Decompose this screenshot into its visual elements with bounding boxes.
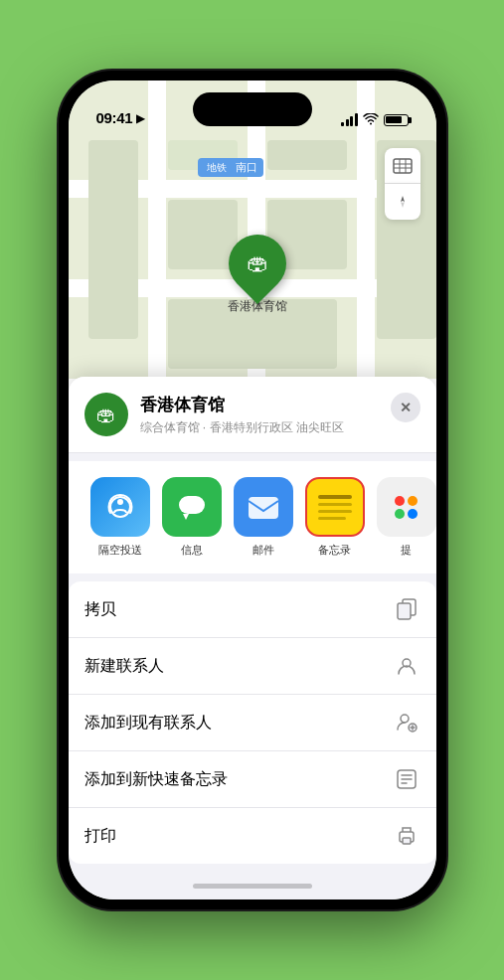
airdrop-icon-wrap — [90, 477, 150, 537]
venue-info: 香港体育馆 综合体育馆 · 香港特别行政区 油尖旺区 — [140, 394, 420, 436]
venue-name: 香港体育馆 — [140, 394, 420, 416]
action-new-contact[interactable]: 新建联系人 — [69, 638, 436, 695]
notes-label: 备忘录 — [318, 543, 351, 558]
map-type-button[interactable] — [385, 148, 420, 184]
copy-icon — [393, 595, 420, 623]
mail-icon — [247, 493, 280, 521]
mail-label: 邮件 — [252, 543, 274, 558]
share-mail[interactable]: 邮件 — [228, 477, 299, 558]
messages-icon-wrap — [162, 477, 222, 537]
status-icons — [341, 113, 409, 126]
new-contact-icon — [393, 652, 420, 680]
add-existing-icon — [393, 709, 420, 736]
airdrop-label: 隔空投送 — [98, 543, 142, 558]
close-button[interactable]: ✕ — [391, 393, 420, 422]
more-label: 提 — [401, 543, 412, 558]
action-new-contact-label: 新建联系人 — [84, 656, 164, 677]
share-airdrop[interactable]: 隔空投送 — [84, 477, 156, 558]
dynamic-island — [193, 92, 312, 126]
venue-subtitle: 综合体育馆 · 香港特别行政区 油尖旺区 — [140, 419, 420, 436]
action-quick-note[interactable]: 添加到新快速备忘录 — [69, 751, 436, 808]
svg-rect-7 — [398, 603, 411, 619]
svg-rect-3 — [179, 496, 205, 514]
action-copy-label: 拷贝 — [84, 599, 116, 620]
location-button[interactable] — [385, 184, 420, 220]
action-copy[interactable]: 拷贝 — [69, 581, 436, 638]
location-arrow-icon: ▶ — [136, 111, 145, 125]
status-time: 09:41 — [96, 109, 133, 126]
signal-bars-icon — [341, 114, 358, 126]
action-add-existing-label: 添加到现有联系人 — [84, 713, 212, 734]
wifi-icon — [363, 113, 379, 126]
bottom-sheet: 🏟 香港体育馆 综合体育馆 · 香港特别行政区 油尖旺区 ✕ — [69, 377, 436, 899]
home-bar — [193, 884, 312, 889]
share-messages[interactable]: 信息 — [156, 477, 228, 558]
compass-icon — [395, 194, 411, 210]
phone-screen: 09:41 ▶ — [69, 81, 436, 899]
action-quick-note-label: 添加到新快速备忘录 — [84, 769, 228, 790]
svg-point-2 — [117, 499, 123, 505]
map-controls — [385, 148, 420, 220]
home-indicator — [69, 872, 436, 899]
notes-icon — [318, 495, 352, 520]
action-add-existing[interactable]: 添加到现有联系人 — [69, 695, 436, 751]
share-row: 隔空投送 信息 — [69, 461, 436, 573]
messages-label: 信息 — [181, 543, 203, 558]
location-pin: 🏟 香港体育馆 — [228, 235, 287, 315]
svg-marker-4 — [183, 514, 189, 520]
notes-icon-wrap — [305, 477, 365, 537]
svg-rect-0 — [394, 159, 412, 173]
messages-icon — [175, 490, 209, 524]
svg-rect-5 — [249, 497, 278, 519]
more-icon-wrap — [377, 477, 436, 537]
venue-header: 🏟 香港体育馆 综合体育馆 · 香港特别行政区 油尖旺区 ✕ — [69, 377, 436, 453]
action-print[interactable]: 打印 — [69, 808, 436, 864]
svg-point-9 — [401, 715, 409, 723]
battery-icon — [384, 114, 409, 126]
map-icon — [393, 158, 413, 174]
action-print-label: 打印 — [84, 826, 116, 847]
airdrop-icon — [104, 491, 136, 523]
venue-icon: 🏟 — [84, 393, 128, 436]
print-icon — [393, 822, 420, 850]
map-station-label: 地铁 南口 — [198, 158, 263, 177]
quick-note-icon — [393, 765, 420, 793]
share-more[interactable]: 提 — [371, 477, 436, 558]
svg-rect-13 — [403, 838, 411, 844]
share-notes[interactable]: 备忘录 — [299, 477, 371, 558]
phone-frame: 09:41 ▶ — [59, 71, 446, 909]
action-list: 拷贝 新建联系人 — [69, 581, 436, 864]
mail-icon-wrap — [234, 477, 293, 537]
